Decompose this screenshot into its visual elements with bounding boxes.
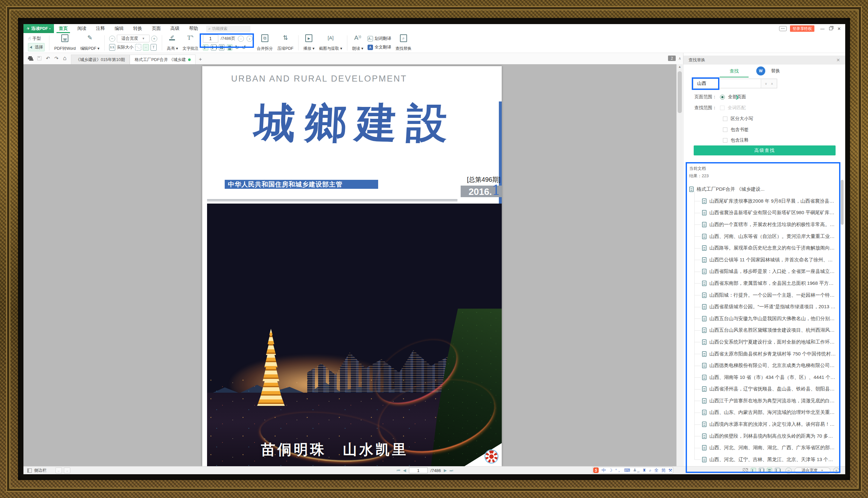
loupe-icon[interactable]: ·· xyxy=(143,44,149,51)
result-item[interactable]: 山西公安系统到宁夏建设行业，面对全新的地域和工作环境，尤其是面对... xyxy=(702,336,836,348)
close-button[interactable]: ✕ xyxy=(835,25,843,32)
scroll-up-arrow[interactable]: ▲ xyxy=(677,65,683,68)
result-item[interactable]: 山西省太原市阳曲县侯村乡青龙镇村等 750 个中国传统村落列入 2016 ... xyxy=(702,348,836,360)
screenshot-extract-button[interactable]: [A] 截图与提取 ▾ xyxy=(317,34,345,52)
redo-icon[interactable]: ↷ xyxy=(55,55,59,61)
rotate-left-icon[interactable]: ↺ xyxy=(242,44,246,50)
tab-pages[interactable]: 页面 xyxy=(147,24,166,33)
ime-tools-icon[interactable]: ⚒ xyxy=(668,468,672,473)
save-icon[interactable] xyxy=(37,56,41,60)
zoom-level-dropdown-status[interactable]: 适合宽度 ▼ xyxy=(794,468,830,474)
zoom-in-button[interactable]: + xyxy=(151,36,157,42)
home-icon[interactable]: ⌂ xyxy=(63,55,66,62)
result-item[interactable]: 山西的侯壁段，到林县境内制高点坟头岭的距离为 70 多公里，落差只有 ... xyxy=(702,430,836,442)
history-forward-button[interactable]: → xyxy=(64,468,70,473)
next-page-button-status[interactable]: ▶ xyxy=(444,468,447,473)
ime-lang-toggle[interactable]: 中 xyxy=(602,468,606,473)
ime-logo-icon[interactable]: S xyxy=(593,468,599,473)
zoom-in-button-status[interactable]: + xyxy=(833,468,839,474)
text-zoom-icon[interactable]: T xyxy=(150,44,157,51)
tab-edit[interactable]: 编辑 xyxy=(110,24,129,33)
panel-tab-find[interactable]: 查找 xyxy=(720,65,749,77)
new-tab-button[interactable]: + xyxy=(196,56,205,64)
tab-annotate[interactable]: 注释 xyxy=(91,24,110,33)
last-page-button[interactable]: ⏭ xyxy=(450,468,453,473)
feedback-icon[interactable]: ••• xyxy=(779,26,787,31)
restore-button[interactable] xyxy=(827,25,835,32)
ime-person-icon[interactable]: ♟18 xyxy=(633,468,640,473)
status-page-input[interactable] xyxy=(409,468,428,473)
result-item[interactable]: 山西尾矿库溃坝事故2008 年 9月8日早晨，山西省襄汾县新塔矿业有限公... xyxy=(702,195,836,207)
hand-tool-button[interactable]: ☝ 手型 xyxy=(28,34,45,43)
zoom-out-button-status[interactable]: − xyxy=(786,468,792,474)
play-button[interactable]: ▶ 播放 ▾ xyxy=(301,34,317,52)
print-icon[interactable] xyxy=(28,56,33,60)
prev-page-button-status[interactable]: ◀ xyxy=(403,468,406,473)
result-item[interactable]: 山西德奥电梯股份有限公司、北京京成奥力电梯有限公司、唐山金维电梯... xyxy=(702,359,836,371)
rotate-right-icon[interactable]: ↻ xyxy=(235,44,239,50)
doc-tab-2[interactable]: 格式工厂PDF合并 《城乡建设... xyxy=(130,55,196,64)
zoom-level-dropdown[interactable]: 适合宽度 ▼ xyxy=(117,35,150,42)
result-tree-root[interactable]: 格式工厂PDF合并 《城乡建设... xyxy=(689,183,836,195)
word-translate-button[interactable]: A₊ 划词翻译 xyxy=(368,34,391,43)
collapse-ribbon-button[interactable]: ∧ xyxy=(678,56,681,61)
edit-pdf-button[interactable]: ✎ 编辑PDF ▾ xyxy=(78,34,102,52)
pdf-to-word-promo-icon[interactable]: W xyxy=(756,66,765,76)
tab-home[interactable]: 首页 xyxy=(54,24,72,33)
ime-keyboard-icon[interactable]: ⌨ xyxy=(624,468,630,473)
ime-fullwidth-toggle[interactable]: 全 xyxy=(654,468,658,473)
select-tool-button[interactable]: ➤ 选择 xyxy=(28,43,45,51)
facing-pages-view-icon[interactable] xyxy=(211,44,216,50)
background-toggle-icon[interactable] xyxy=(743,468,748,473)
results-scrollbar-thumb[interactable] xyxy=(841,180,844,225)
fulltext-translate-button[interactable]: A 全文翻译 xyxy=(368,43,391,51)
whole-word-checkbox[interactable] xyxy=(720,106,724,110)
ime-skin-icon[interactable]: ♜ xyxy=(642,468,646,473)
ime-simplified-toggle[interactable]: 简 xyxy=(661,468,666,473)
viewer-scrollbar[interactable]: ▲ xyxy=(676,64,683,466)
result-item[interactable]: 山西、山东、内蒙古局部。海河流域的治理对华北至关重要。1965 年 9 ... xyxy=(702,407,836,419)
history-back-button[interactable]: ← xyxy=(55,468,62,473)
page-range-chevron-icon[interactable]: ❯ xyxy=(735,94,739,100)
result-item[interactable]: 山西境内水源丰富的浊漳河，决定引漳入林。谈何容易！当时县里只有财... xyxy=(702,418,836,430)
pdf-viewer[interactable]: URBAN AND RURAL DEVELOPMENT 城鄉建設 中华人民共和国… xyxy=(24,64,676,466)
case-sensitive-checkbox[interactable] xyxy=(723,117,727,121)
include-annotations-checkbox[interactable] xyxy=(723,138,727,143)
result-item[interactable]: 山西省阳城县，移步即是景：入口处，全省第一座县城立交桥拔地而起... xyxy=(702,266,836,278)
app-menu-button[interactable]: ✈ 迅读PDF ▾ xyxy=(24,24,54,33)
continuous-view-icon-status[interactable] xyxy=(767,468,772,473)
tab-help[interactable]: 帮助 xyxy=(184,24,203,33)
result-item[interactable]: 山西、湖南等 10 省（市）434 个县（市、区）、4441 个乡（镇）、46.… xyxy=(702,371,836,383)
result-item[interactable]: 山西江千户苗寨所在地形为典型河流谷地，清澈见底的白水河穿寨而过，... xyxy=(702,395,836,407)
doc-tab-1[interactable]: 《城乡建设》015年第10期 xyxy=(71,55,130,64)
login-button[interactable]: 登录享特权 xyxy=(790,25,814,32)
tab-convert[interactable]: 转换 xyxy=(129,24,147,33)
result-item[interactable]: 山西、河北、辽宁、吉林、黑龙江、北京、天津等 13 个省、市、自治区... xyxy=(702,454,836,465)
pdf-to-word-button[interactable]: W PDF转Word xyxy=(52,34,78,52)
result-item[interactable]: 山西五台山与安徽九华山是我国四大佛教名山，他们分别是普贤菩萨、观... xyxy=(702,313,836,325)
panel-close-icon[interactable]: ✕ xyxy=(836,57,840,63)
single-page-view-icon-status[interactable] xyxy=(751,468,756,473)
next-page-button[interactable]: › xyxy=(246,36,253,42)
page-number-input[interactable] xyxy=(203,35,218,43)
minimize-button[interactable]: — xyxy=(818,25,827,32)
facing-pages-view-icon-status[interactable] xyxy=(759,468,764,473)
result-item[interactable]: 山西阳城：行提升。一个公园一个主题、一处园林一个特色，不断提高公... xyxy=(702,289,836,301)
actual-size-icon[interactable]: 1:1 xyxy=(109,44,115,51)
merge-split-button[interactable]: ⧉ 合并拆分 xyxy=(255,34,275,52)
undo-icon[interactable]: ↶ xyxy=(46,55,50,61)
marquee-zoom-icon[interactable]: ⋱ xyxy=(135,44,141,51)
result-item[interactable]: 山西省襄汾县新塔矿业有限公司新塔矿区980 平硐尾矿库发生特别重大溃... xyxy=(702,207,836,219)
grid-view-icon[interactable] xyxy=(219,44,224,50)
search-prev-history-icon[interactable]: ∨ xyxy=(765,82,767,86)
highlight-button[interactable]: ✐ 高亮 ▾ xyxy=(165,34,181,52)
ime-search-icon[interactable]: ⌕ xyxy=(649,468,651,473)
single-page-view-icon[interactable] xyxy=(203,44,208,50)
text-annotation-button[interactable]: T✎ 文字批注 xyxy=(181,34,201,52)
scrollbar-thumb[interactable] xyxy=(678,71,682,113)
tab-read[interactable]: 阅读 xyxy=(72,24,91,33)
result-item[interactable]: 山西省东南部，隶属晋城市，全县国土总面积 1968 平方公里，总耕地 5... xyxy=(702,277,836,289)
sidebar-toggle[interactable]: 侧边栏 xyxy=(27,467,46,474)
feature-search-input[interactable]: ⌕ 功能搜索 xyxy=(206,25,250,32)
result-item[interactable]: 山西省星级城市公园。“一环道”是指城市绿道项目，2013 年开始建设... xyxy=(702,301,836,313)
